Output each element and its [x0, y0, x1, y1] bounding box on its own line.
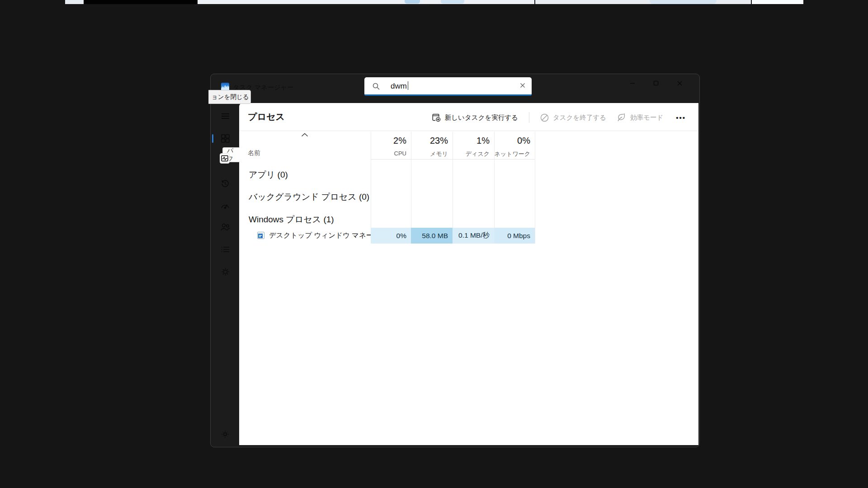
- strip-segment-white: [752, 0, 803, 4]
- details-icon: [221, 246, 230, 253]
- column-header-disk[interactable]: 1% ディスク: [453, 131, 494, 160]
- column-divider: [494, 131, 495, 244]
- strip-blue-dash: [441, 0, 464, 4]
- close-icon[interactable]: [668, 75, 691, 91]
- more-options-button[interactable]: •••: [674, 114, 688, 122]
- column-divider: [371, 131, 371, 244]
- efficiency-mode-button[interactable]: 効率モード: [617, 113, 663, 122]
- memory-total-usage: 23%: [430, 136, 448, 146]
- minimize-icon[interactable]: [621, 75, 644, 91]
- task-manager-window: タスク マネージャー: [210, 74, 700, 447]
- sort-ascending-chevron-icon[interactable]: [301, 133, 308, 137]
- processes-icon: [221, 134, 230, 143]
- strip-blue-tab: [650, 0, 717, 4]
- toolbar: 新しいタスクを実行する タスクを終了する 効率モード: [432, 109, 688, 126]
- search-box[interactable]: dwm: [364, 77, 532, 96]
- group-row-apps[interactable]: アプリ (0): [249, 169, 288, 181]
- header-divider: [239, 131, 698, 131]
- network-cell: 0 Mbps: [494, 228, 535, 244]
- strip-blue-dash: [405, 0, 420, 4]
- toolbar-separator: [529, 112, 529, 123]
- column-header-name[interactable]: 名前: [248, 149, 260, 157]
- history-icon: [221, 179, 230, 188]
- clear-icon[interactable]: [519, 82, 526, 89]
- column-header-underline: [371, 159, 535, 160]
- gear-icon: [221, 430, 230, 439]
- process-row-dwm[interactable]: デスクトップ ウィンドウ マネージャー 0% 58.0 MB 0.1 MB/秒 …: [239, 228, 698, 244]
- sidebar-item-app-history[interactable]: [216, 175, 234, 192]
- column-divider: [411, 131, 411, 244]
- services-icon: [221, 267, 230, 276]
- sidebar-item-users[interactable]: [216, 218, 234, 235]
- network-label: ネットワーク: [494, 150, 530, 158]
- network-total-usage: 0%: [517, 136, 530, 146]
- column-divider: [535, 131, 535, 244]
- column-divider: [453, 131, 453, 244]
- sidebar-item-startup-apps[interactable]: [216, 197, 234, 214]
- startup-icon: [221, 202, 230, 209]
- background-window-strip: [0, 0, 868, 4]
- dwm-app-icon: [257, 232, 264, 239]
- sidebar-item-settings[interactable]: [216, 426, 234, 443]
- window-controls: [621, 75, 691, 91]
- strip-segment-black: [84, 0, 198, 4]
- end-task-icon: [540, 113, 549, 122]
- cpu-label: CPU: [394, 150, 406, 157]
- sidebar-item-services[interactable]: [216, 263, 234, 280]
- end-task-label: タスクを終了する: [553, 113, 606, 122]
- strip-segment: [535, 0, 751, 4]
- column-header-memory[interactable]: 23% メモリ: [411, 131, 453, 160]
- cpu-total-usage: 2%: [393, 136, 406, 146]
- new-task-icon: [432, 113, 441, 122]
- text-caret: [408, 81, 409, 90]
- cpu-cell: 0%: [371, 228, 411, 244]
- sidebar-item-processes[interactable]: [216, 130, 234, 147]
- run-new-task-button[interactable]: 新しいタスクを実行する: [432, 113, 518, 122]
- performance-icon[interactable]: [220, 153, 230, 164]
- sidebar-selected-accent: [212, 134, 213, 143]
- users-icon: [221, 223, 230, 231]
- hamburger-icon: [221, 113, 230, 119]
- column-header-network[interactable]: 0% ネットワーク: [494, 131, 535, 160]
- group-row-background[interactable]: バックグラウンド プロセス (0): [249, 191, 369, 203]
- memory-label: メモリ: [430, 150, 448, 158]
- desktop-faint-line: [194, 5, 429, 6]
- close-app-tooltip: ョンを閉じる: [208, 90, 251, 104]
- disk-cell: 0.1 MB/秒: [453, 228, 494, 244]
- efficiency-leaf-icon: [617, 113, 626, 122]
- page-title: プロセス: [248, 111, 285, 123]
- run-new-task-label: 新しいタスクを実行する: [445, 113, 518, 122]
- content-panel: プロセス 新しいタスクを実行する: [239, 103, 698, 445]
- strip-segment: [198, 0, 534, 4]
- group-row-windows[interactable]: Windows プロセス (1): [249, 214, 334, 225]
- strip-segment: [65, 0, 84, 4]
- memory-cell: 58.0 MB: [411, 228, 453, 244]
- maximize-icon[interactable]: [644, 75, 668, 91]
- sidebar-item-menu[interactable]: [216, 108, 234, 125]
- disk-label: ディスク: [466, 150, 490, 158]
- column-header-cpu[interactable]: 2% CPU: [371, 131, 411, 160]
- efficiency-mode-label: 効率モード: [630, 113, 663, 122]
- disk-total-usage: 1%: [476, 136, 490, 146]
- search-icon: [373, 83, 380, 90]
- end-task-button[interactable]: タスクを終了する: [540, 113, 606, 122]
- search-input[interactable]: dwm: [391, 81, 408, 91]
- sidebar-item-details[interactable]: [216, 241, 234, 258]
